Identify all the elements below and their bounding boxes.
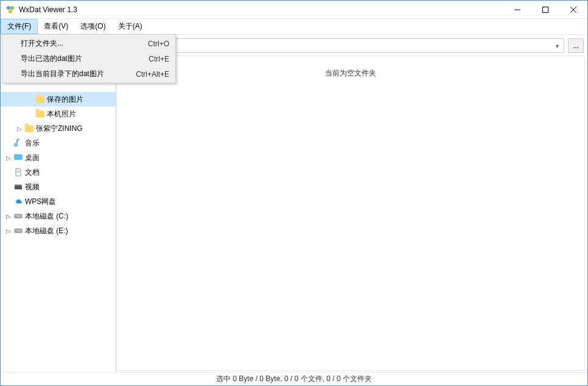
tree-item-label: 张紫宁ZINING — [36, 124, 83, 134]
svg-rect-12 — [15, 184, 22, 186]
tree-item-wps-cloud[interactable]: WPS网盘 — [1, 194, 116, 209]
chevron-right-icon[interactable]: ▷ — [4, 228, 13, 234]
svg-point-2 — [9, 10, 12, 13]
close-button[interactable] — [559, 1, 587, 18]
svg-point-1 — [10, 6, 14, 10]
chevron-down-icon[interactable]: ▾ — [553, 43, 561, 49]
tree-item-label: 本机照片 — [47, 109, 76, 119]
file-menu-dropdown: 打开文件夹... Ctrl+O 导出已选的dat图片 Ctrl+E 导出当前目录… — [2, 34, 176, 83]
status-text: 选中 0 Byte / 0 Byte, 0 / 0 个文件, 0 / 0 个文件… — [216, 374, 372, 384]
menu-item-shortcut: Ctrl+O — [148, 40, 169, 48]
tree-item-desktop[interactable]: ▷ 桌面 — [1, 150, 116, 165]
tree-item-label: 视频 — [25, 182, 40, 192]
disk-icon — [13, 212, 24, 220]
chevron-right-icon[interactable]: ▷ — [15, 125, 24, 132]
window-title: WxDat Viewer 1.3 — [19, 5, 503, 14]
menu-item-label: 导出当前目录下的dat图片 — [21, 69, 104, 79]
music-icon — [13, 139, 24, 147]
menu-export-selected[interactable]: 导出已选的dat图片 Ctrl+E — [4, 51, 174, 66]
folder-icon — [35, 111, 46, 118]
tree-item-local-photos[interactable]: 本机照片 — [1, 107, 116, 121]
menu-open-folder[interactable]: 打开文件夹... Ctrl+O — [4, 36, 174, 51]
menu-item-shortcut: Ctrl+E — [149, 55, 169, 63]
folder-icon — [24, 125, 35, 132]
menu-item-shortcut: Ctrl+Alt+E — [136, 70, 169, 79]
empty-folder-message: 当前为空文件夹 — [325, 68, 376, 370]
tree-item-label: WPS网盘 — [25, 197, 56, 207]
tree-item-disk-e[interactable]: ▷ 本地磁盘 (E:) — [1, 223, 116, 238]
tree-item-label: 本地磁盘 (C:) — [25, 211, 68, 222]
document-icon — [13, 168, 24, 177]
main-panel: 当前为空文件夹 — [116, 54, 587, 372]
tree-item-disk-c[interactable]: ▷ 本地磁盘 (C:) — [1, 209, 116, 223]
menu-file[interactable]: 文件(F) — [1, 19, 38, 34]
menu-item-label: 导出已选的dat图片 — [21, 54, 82, 64]
svg-rect-15 — [15, 229, 22, 233]
tree-item-label: 文档 — [25, 167, 40, 178]
folder-icon — [35, 96, 46, 103]
svg-rect-16 — [15, 231, 17, 232]
tree-item-label: 保存的图片 — [47, 94, 83, 105]
titlebar: WxDat Viewer 1.3 — [1, 1, 587, 19]
tree-item-videos[interactable]: 视频 — [1, 180, 116, 194]
chevron-right-icon[interactable]: ▷ — [4, 155, 13, 161]
svg-rect-14 — [15, 217, 17, 217]
svg-rect-8 — [15, 155, 22, 160]
statusbar: 选中 0 Byte / 0 Byte, 0 / 0 个文件, 0 / 0 个文件… — [1, 372, 587, 385]
tree-item-music[interactable]: 音乐 — [1, 136, 116, 150]
cloud-icon — [13, 197, 24, 206]
app-icon — [5, 5, 15, 15]
tree-item-documents[interactable]: 文档 — [1, 165, 116, 180]
minimize-button[interactable] — [503, 1, 531, 18]
menu-item-label: 打开文件夹... — [21, 38, 63, 49]
menu-view[interactable]: 查看(V) — [38, 19, 74, 34]
disk-icon — [13, 226, 24, 235]
tree-item-zining[interactable]: ▷ 张紫宁ZINING — [1, 121, 116, 136]
content-area: 保存的图片 本机照片 ▷ 张紫宁ZINING 音乐 ▷ 桌面 文档 — [1, 54, 587, 372]
menu-about[interactable]: 关于(A) — [112, 19, 149, 34]
svg-point-0 — [7, 6, 10, 10]
menubar: 文件(F) 查看(V) 选项(O) 关于(A) 打开文件夹... Ctrl+O … — [1, 19, 587, 35]
window-controls — [503, 1, 587, 18]
desktop-icon — [13, 153, 24, 162]
viewer-area: 当前为空文件夹 — [116, 55, 585, 371]
menu-export-current[interactable]: 导出当前目录下的dat图片 Ctrl+Alt+E — [4, 66, 174, 82]
svg-rect-13 — [15, 214, 22, 218]
tree-item-label: 音乐 — [25, 138, 40, 149]
chevron-right-icon[interactable]: ▷ — [4, 213, 13, 220]
video-icon — [13, 183, 24, 191]
browse-button[interactable]: ... — [568, 38, 584, 53]
tree-item-saved-pictures[interactable]: 保存的图片 — [1, 92, 116, 107]
tree-item-label: 桌面 — [25, 153, 40, 163]
sidebar-tree[interactable]: 保存的图片 本机照片 ▷ 张紫宁ZINING 音乐 ▷ 桌面 文档 — [1, 54, 116, 372]
tree-item-label: 本地磁盘 (E:) — [25, 226, 68, 236]
maximize-button[interactable] — [531, 1, 559, 18]
menu-options[interactable]: 选项(O) — [74, 19, 111, 34]
svg-rect-4 — [543, 7, 548, 12]
